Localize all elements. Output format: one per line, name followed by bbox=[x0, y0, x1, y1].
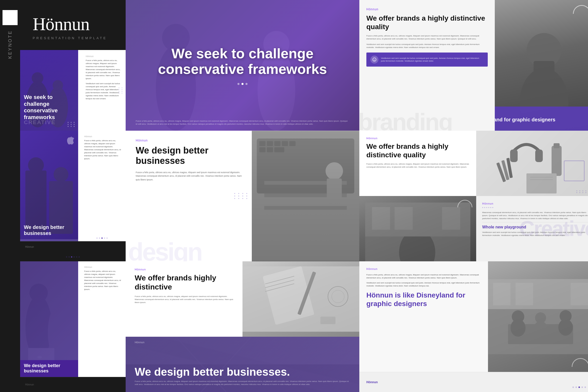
bot-honnun-bar: Hönnun bbox=[20, 377, 126, 392]
mrb-text: Hönnun Creative Maecenas consequat eleme… bbox=[476, 196, 588, 261]
svg-rect-29 bbox=[289, 141, 296, 146]
svg-rect-26 bbox=[267, 141, 273, 146]
bca-label-area: Hönnun bbox=[135, 341, 144, 344]
br-top-image bbox=[488, 261, 588, 372]
quote-overlay: " Hönnun is like Disneyland for graphic … bbox=[495, 107, 588, 131]
bca-body: Fusce a felis porta, ultrices arcu eu, u… bbox=[135, 380, 349, 386]
bct-headline: We offer brands highly distinctive bbox=[135, 273, 236, 291]
branding-watermark: branding bbox=[359, 108, 452, 131]
mid-center-label: Hönnun bbox=[136, 139, 245, 142]
ls3-label: Hönnun bbox=[25, 246, 121, 248]
svg-rect-37 bbox=[327, 178, 342, 203]
bls-text: Hönnun Fusce a felis porta, ultrices arc… bbox=[78, 261, 126, 377]
ls1-body: Fusce a felis porta, ultrices arcu eu, u… bbox=[86, 59, 121, 80]
svg-point-3 bbox=[53, 80, 63, 91]
mrt-label: Hönnun bbox=[366, 137, 471, 140]
sidebar-logo-box bbox=[3, 10, 18, 25]
top-right-body2: Vestibulum sed sem suscipit dui luctus c… bbox=[366, 43, 488, 49]
bot-left-slide-wrapper: We design better businesses Hönnun Fusce… bbox=[20, 261, 126, 377]
top-right-label: Hönnun bbox=[366, 8, 488, 11]
mrb-label: Hönnun bbox=[482, 202, 588, 205]
mid-right-top-image bbox=[476, 131, 588, 196]
top-right-accent-text: Vestibulum sed sem suscipit dui luctus c… bbox=[381, 57, 484, 62]
svg-rect-28 bbox=[282, 141, 288, 146]
bca-headline-area: We design better businesses. Fusce a fel… bbox=[135, 366, 349, 386]
ls3-area: Hönnun bbox=[20, 241, 126, 261]
left-slide-2: We design better businesses Hönnun Fusce… bbox=[20, 131, 126, 241]
br-quote-text: Hönnun is like Disneyland for graphic de… bbox=[366, 291, 483, 308]
ls2-label: Hönnun bbox=[84, 135, 122, 138]
mid-right-top-text: Hönnun We offer brands a highly distinct… bbox=[359, 131, 476, 196]
ls2-body: Fusce a felis porta, ultrices arcu eu, u… bbox=[84, 139, 122, 160]
svg-rect-41 bbox=[552, 146, 562, 176]
design-watermark: design bbox=[128, 237, 202, 261]
ls1-body2: Vestibulum sed sem suscipit dui luctus c… bbox=[86, 82, 121, 100]
ls3-dots bbox=[66, 256, 80, 258]
svg-point-36 bbox=[326, 162, 343, 180]
brand-title: Hönnun bbox=[33, 15, 113, 33]
mid-right-bot-slide: Hönnun Creative Maecenas consequat eleme… bbox=[359, 196, 588, 261]
svg-rect-89 bbox=[570, 283, 588, 305]
mid-center-text: Hönnun We design better businesses Fusce… bbox=[126, 131, 252, 261]
svg-rect-18 bbox=[533, 61, 554, 103]
svg-point-13 bbox=[373, 58, 376, 61]
quote-author: - Alan Na... bbox=[495, 124, 588, 127]
ls1-headline: We seek to challenge conservative framew… bbox=[24, 94, 76, 121]
svg-point-20 bbox=[28, 157, 44, 173]
brand-subtitle: PRESENTATION TEMPLATE bbox=[33, 36, 113, 40]
br-top-body: Fusce a felis porta, ultrices arcu eu, u… bbox=[366, 273, 483, 279]
svg-point-83 bbox=[533, 321, 548, 337]
ls3-label-area: Hönnun bbox=[20, 241, 126, 252]
cell-top-center: We seek to challenge conservative framew… bbox=[126, 0, 359, 131]
top-center-body-area: Fusce a felis porta, ultrices arcu eu, u… bbox=[126, 116, 359, 131]
cell-left-mid: We design better businesses Hönnun Fusce… bbox=[20, 131, 126, 261]
svg-rect-88 bbox=[515, 283, 533, 305]
mid-center-body: Fusce a felis porta, ultrices arcu eu, u… bbox=[136, 171, 245, 181]
svg-rect-55 bbox=[395, 207, 413, 230]
svg-point-22 bbox=[54, 167, 68, 182]
svg-point-15 bbox=[375, 59, 375, 60]
svg-rect-46 bbox=[526, 173, 557, 193]
bot-honnun-label: Hönnun bbox=[25, 383, 34, 386]
br-top-text: Hönnun Fusce a felis porta, ultrices arc… bbox=[359, 261, 488, 372]
top-right-image: " Hönnun is like Disneyland for graphic … bbox=[495, 0, 588, 131]
top-center-headline: We seek to challenge conservative framew… bbox=[126, 46, 359, 77]
mid-center-dots bbox=[234, 193, 249, 199]
left-slide-1: CREATIVE We seek to challenge conservati… bbox=[20, 50, 126, 131]
bls-headline: We design better businesses bbox=[24, 363, 74, 374]
bls-label: Hönnun bbox=[84, 266, 122, 268]
br-top: Hönnun Fusce a felis porta, ultrices arc… bbox=[359, 261, 588, 372]
top-right-accent: Vestibulum sed sem suscipit dui luctus c… bbox=[366, 53, 488, 67]
sidebar: KEYNOTE bbox=[0, 0, 20, 392]
ls2-purple: We design better businesses bbox=[20, 131, 78, 241]
svg-rect-32 bbox=[274, 147, 284, 152]
ls1-label: Hönnun bbox=[86, 55, 121, 58]
svg-point-1 bbox=[32, 72, 43, 84]
bls-body: Fusce a felis porta, ultrices arcu eu, u… bbox=[84, 270, 122, 291]
svg-rect-35 bbox=[264, 206, 347, 210]
mrb-image bbox=[359, 196, 476, 261]
svg-rect-27 bbox=[274, 141, 281, 146]
quote-text: Hönnun is like Disneyland for graphic de… bbox=[495, 117, 588, 123]
mrb-body2: Vestibulum sed sem suscipit dui luctus c… bbox=[482, 231, 588, 237]
top-right-headline: We offer brands a highly distinctive qua… bbox=[366, 14, 488, 31]
mrt-body: Fusce a felis porta, ultrices arcu eu, u… bbox=[366, 163, 471, 169]
mrt-headline: We offer brands a highly distinctive qua… bbox=[366, 142, 471, 159]
top-center-body: Fusce a felis porta, ultrices arcu eu, u… bbox=[136, 120, 349, 126]
svg-rect-30 bbox=[259, 147, 266, 152]
main-grid: Hönnun PRESENTATION TEMPLATE CREATIVE bbox=[20, 0, 588, 392]
top-right-body: Fusce a felis porta, ultrices arcu eu, u… bbox=[366, 34, 488, 40]
mid-center-headline: We design better businesses bbox=[136, 145, 245, 166]
svg-rect-39 bbox=[510, 150, 518, 162]
ls2-headline: We design better businesses bbox=[24, 224, 78, 236]
br-top-body2: Vestibulum sed sem suscipit dui luctus c… bbox=[366, 281, 483, 287]
bca-headline: We design better businesses. bbox=[135, 366, 349, 378]
br-pagination bbox=[572, 386, 586, 388]
svg-rect-40 bbox=[535, 150, 543, 162]
bls-label-bar: We design better businesses bbox=[20, 360, 78, 377]
ls1-text-panel: Hönnun Fusce a felis porta, ultrices arc… bbox=[78, 50, 126, 131]
cell-bot-right: Hönnun Fusce a felis porta, ultrices arc… bbox=[359, 261, 588, 392]
brand-section: Hönnun PRESENTATION TEMPLATE bbox=[20, 0, 126, 50]
svg-point-14 bbox=[374, 59, 374, 60]
svg-rect-42 bbox=[554, 143, 560, 148]
